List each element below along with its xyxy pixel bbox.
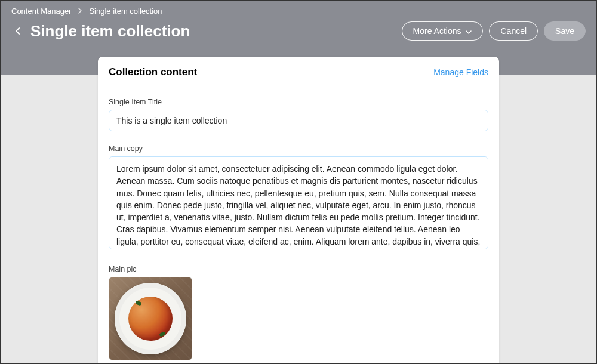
main-pic-label: Main pic [109, 265, 488, 273]
more-actions-label: More Actions [413, 26, 461, 36]
cancel-label: Cancel [500, 26, 527, 36]
main-copy-textarea[interactable] [109, 156, 488, 249]
main-copy-label: Main copy [109, 144, 488, 153]
field-main-pic: Main pic [109, 265, 488, 360]
title-actions: More Actions Cancel Save [402, 21, 586, 41]
more-actions-button[interactable]: More Actions [402, 21, 484, 41]
card-title: Collection content [109, 66, 197, 78]
title-row: Single item collection More Actions Canc… [11, 21, 586, 41]
cancel-button[interactable]: Cancel [489, 21, 538, 41]
food-icon [128, 297, 173, 341]
breadcrumb-current: Single item collection [89, 7, 162, 16]
title-input[interactable] [109, 110, 488, 131]
content-card: Collection content Manage Fields Single … [98, 57, 499, 364]
page-title: Single item collection [30, 22, 190, 41]
card-header: Collection content Manage Fields [98, 57, 499, 87]
save-button[interactable]: Save [544, 21, 586, 41]
chevron-left-icon [14, 27, 22, 35]
breadcrumb-root[interactable]: Content Manager [11, 7, 71, 16]
main-pic-thumbnail[interactable] [109, 277, 192, 360]
field-single-item-title: Single Item Title [109, 98, 488, 131]
field-main-copy: Main copy [109, 144, 488, 252]
chevron-right-icon [78, 7, 82, 16]
manage-fields-link[interactable]: Manage Fields [433, 67, 488, 77]
back-button[interactable] [11, 24, 24, 38]
title-left: Single item collection [11, 22, 190, 41]
save-label: Save [555, 26, 574, 36]
title-field-label: Single Item Title [109, 98, 488, 106]
card-body: Single Item Title Main copy Main pic [98, 87, 499, 364]
chevron-down-icon [466, 26, 472, 36]
breadcrumb: Content Manager Single item collection [11, 7, 586, 16]
